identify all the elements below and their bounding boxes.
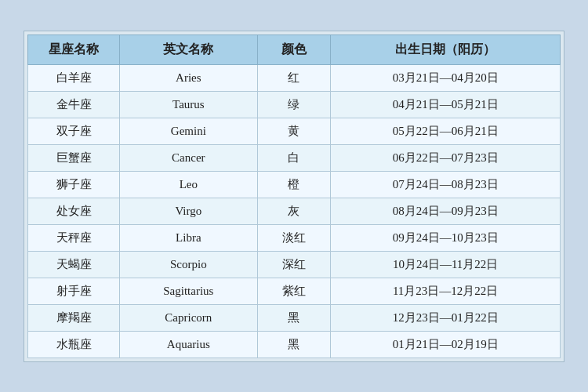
cell-color: 绿 <box>257 91 331 118</box>
cell-zh: 白羊座 <box>28 64 120 91</box>
table-row: 天秤座Libra淡红09月24日—10月23日 <box>28 224 561 251</box>
cell-color: 橙 <box>257 171 331 198</box>
cell-date: 05月22日—06月21日 <box>331 118 561 144</box>
cell-color: 紫红 <box>257 278 331 304</box>
table-row: 射手座Sagittarius紫红11月23日—12月22日 <box>28 278 561 304</box>
cell-date: 08月24日—09月23日 <box>331 198 561 224</box>
cell-date: 09月24日—10月23日 <box>331 224 561 251</box>
cell-en: Leo <box>120 171 258 198</box>
cell-date: 06月22日—07月23日 <box>331 144 561 171</box>
cell-en: Taurus <box>120 91 258 118</box>
table-row: 巨蟹座Cancer白06月22日—07月23日 <box>28 144 561 171</box>
cell-date: 04月21日—05月21日 <box>331 91 561 118</box>
cell-zh: 狮子座 <box>28 171 120 198</box>
cell-zh: 巨蟹座 <box>28 144 120 171</box>
cell-en: Gemini <box>120 118 258 144</box>
cell-en: Aries <box>120 64 258 91</box>
cell-date: 01月21日—02月19日 <box>331 331 561 358</box>
table-row: 天蝎座Scorpio深红10月24日—11月22日 <box>28 251 561 278</box>
cell-zh: 摩羯座 <box>28 304 120 331</box>
cell-en: Capricorn <box>120 304 258 331</box>
cell-color: 深红 <box>257 251 331 278</box>
table-row: 白羊座Aries红03月21日—04月20日 <box>28 64 561 91</box>
zodiac-table-container: 星座名称 英文名称 颜色 出生日期（阳历） 白羊座Aries红03月21日—04… <box>24 31 564 362</box>
cell-date: 10月24日—11月22日 <box>331 251 561 278</box>
cell-date: 07月24日—08月23日 <box>331 171 561 198</box>
table-row: 金牛座Taurus绿04月21日—05月21日 <box>28 91 561 118</box>
cell-color: 黑 <box>257 331 331 358</box>
cell-color: 黄 <box>257 118 331 144</box>
cell-zh: 天蝎座 <box>28 251 120 278</box>
table-header-row: 星座名称 英文名称 颜色 出生日期（阳历） <box>28 34 561 64</box>
cell-zh: 射手座 <box>28 278 120 304</box>
cell-color: 黑 <box>257 304 331 331</box>
cell-en: Cancer <box>120 144 258 171</box>
cell-zh: 处女座 <box>28 198 120 224</box>
cell-en: Scorpio <box>120 251 258 278</box>
cell-date: 03月21日—04月20日 <box>331 64 561 91</box>
table-row: 双子座Gemini黄05月22日—06月21日 <box>28 118 561 144</box>
zodiac-table: 星座名称 英文名称 颜色 出生日期（阳历） 白羊座Aries红03月21日—04… <box>27 34 561 358</box>
table-row: 水瓶座Aquarius黑01月21日—02月19日 <box>28 331 561 358</box>
cell-en: Libra <box>120 224 258 251</box>
table-row: 摩羯座Capricorn黑12月23日—01月22日 <box>28 304 561 331</box>
table-row: 处女座Virgo灰08月24日—09月23日 <box>28 198 561 224</box>
cell-en: Aquarius <box>120 331 258 358</box>
cell-color: 淡红 <box>257 224 331 251</box>
header-zh: 星座名称 <box>28 34 120 64</box>
table-row: 狮子座Leo橙07月24日—08月23日 <box>28 171 561 198</box>
cell-color: 灰 <box>257 198 331 224</box>
cell-zh: 天秤座 <box>28 224 120 251</box>
header-en: 英文名称 <box>120 34 258 64</box>
cell-en: Sagittarius <box>120 278 258 304</box>
cell-zh: 水瓶座 <box>28 331 120 358</box>
header-date: 出生日期（阳历） <box>331 34 561 64</box>
cell-color: 白 <box>257 144 331 171</box>
cell-date: 11月23日—12月22日 <box>331 278 561 304</box>
header-color: 颜色 <box>257 34 331 64</box>
cell-color: 红 <box>257 64 331 91</box>
cell-zh: 双子座 <box>28 118 120 144</box>
cell-en: Virgo <box>120 198 258 224</box>
cell-zh: 金牛座 <box>28 91 120 118</box>
cell-date: 12月23日—01月22日 <box>331 304 561 331</box>
